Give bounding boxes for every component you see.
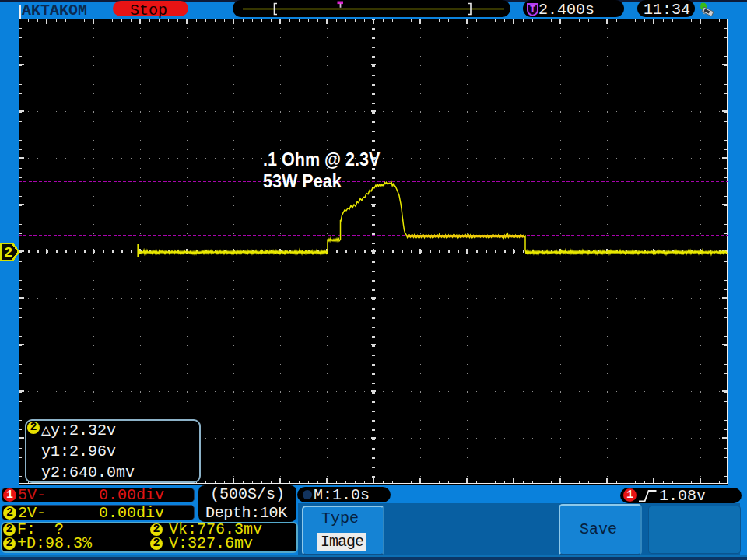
svg-text:2: 2 [4, 244, 12, 261]
svg-text:T: T [530, 5, 535, 16]
